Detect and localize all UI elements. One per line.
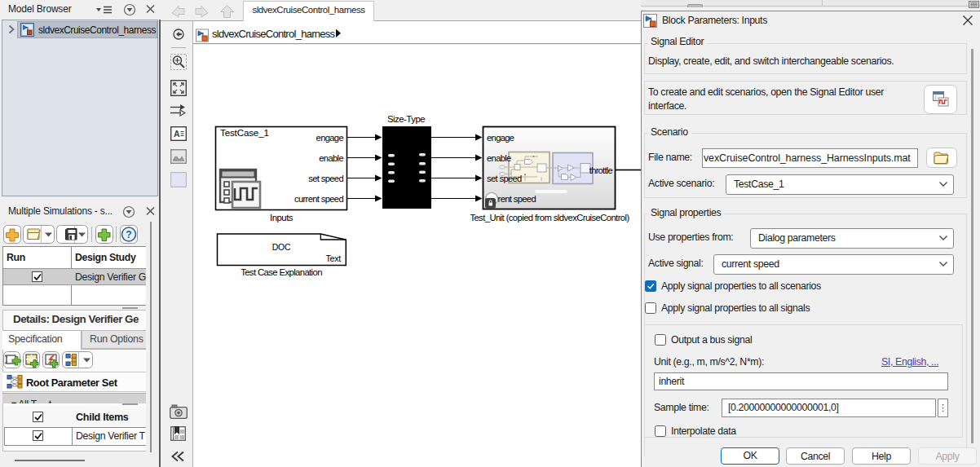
svg-text:engage: engage bbox=[487, 133, 514, 143]
svg-text:Test Case Explanation: Test Case Explanation bbox=[241, 267, 322, 277]
svg-text:Text: Text bbox=[325, 253, 341, 263]
svg-text:TestCase_1: TestCase_1 bbox=[220, 127, 269, 138]
svg-text:Inputs: Inputs bbox=[270, 213, 294, 222]
svg-text:engage: engage bbox=[316, 133, 344, 143]
svg-text:Test_Unit (copied from sldvexC: Test_Unit (copied from sldvexCruiseContr… bbox=[470, 213, 629, 222]
svg-text:throttle: throttle bbox=[589, 165, 613, 175]
svg-text:enable: enable bbox=[487, 153, 511, 163]
svg-text:current speed: current speed bbox=[294, 194, 343, 204]
svg-text:set speed: set speed bbox=[308, 174, 343, 183]
svg-text:DOC: DOC bbox=[272, 242, 291, 252]
svg-text:?: ? bbox=[126, 229, 131, 240]
svg-text:enable: enable bbox=[319, 153, 343, 163]
svg-text:A: A bbox=[174, 129, 180, 139]
svg-text:Size-Type: Size-Type bbox=[387, 114, 425, 124]
svg-text:set speed: set speed bbox=[487, 174, 522, 183]
